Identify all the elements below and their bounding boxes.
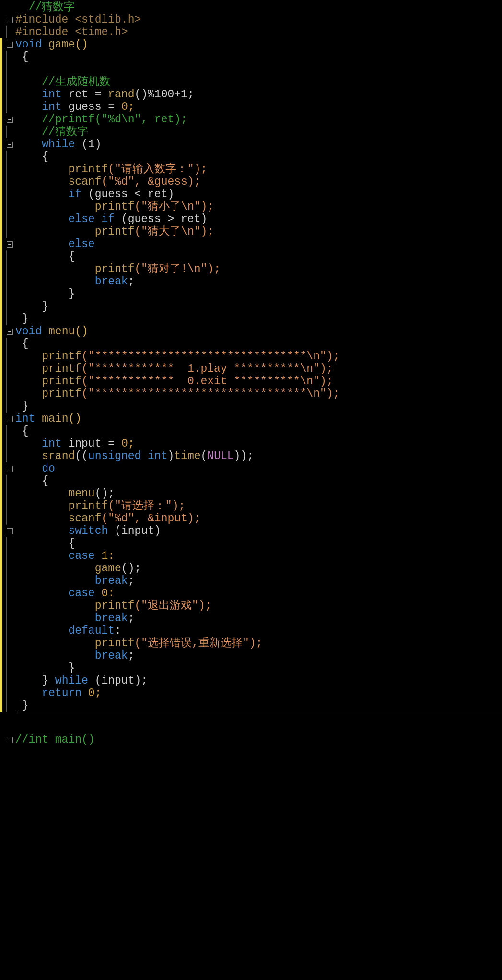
fold-icon[interactable]: − [7,117,13,123]
code-line[interactable]: int main() [15,413,502,425]
code-line[interactable]: printf("************ 0.exit **********\n… [15,375,502,388]
code-line[interactable]: return 0; [15,687,502,699]
code-line[interactable]: while (1) [15,138,502,151]
code-line[interactable]: //猜数字 [15,1,502,13]
code-line[interactable]: } [15,662,502,674]
code-line[interactable]: case 0: [15,587,502,600]
gutter: − − − − − − − − [0,0,15,712]
code-line[interactable]: srand((unsigned int)time(NULL)); [15,450,502,462]
code-line[interactable]: printf("************ 1.play **********\n… [15,363,502,375]
code-line[interactable]: { [15,475,502,487]
code-line[interactable]: { [15,425,502,437]
code-line[interactable]: //printf("%d\n", ret); [15,113,502,126]
code-line[interactable]: break; [15,612,502,625]
code-line[interactable]: { [15,250,502,263]
code-line[interactable]: scanf("%d", &input); [15,512,502,525]
fold-icon[interactable]: − [7,737,13,743]
code-line[interactable]: printf("请选择："); [15,500,502,512]
code-line[interactable]: printf("退出游戏"); [15,600,502,612]
code-line[interactable]: else if (guess > ret) [15,213,502,225]
code-line[interactable]: scanf("%d", &guess); [15,176,502,188]
code-line[interactable]: if (guess < ret) [15,188,502,201]
code-line[interactable]: void game() [15,38,502,51]
code-line[interactable]: do [15,462,502,475]
code-line[interactable]: } [15,288,502,300]
code-line[interactable]: default: [15,625,502,637]
code-line[interactable]: game(); [15,562,502,575]
code-line[interactable]: menu(); [15,487,502,500]
code-line[interactable]: #include <stdlib.h> [15,13,502,26]
code-line[interactable]: printf("猜大了\n"); [15,225,502,238]
code-line[interactable]: { [15,537,502,550]
fold-icon[interactable]: − [7,466,13,472]
code-line[interactable]: int guess = 0; [15,101,502,113]
code-line[interactable]: printf("请输入数字："); [15,163,502,176]
code-line[interactable]: } [15,699,502,712]
fold-icon[interactable]: − [7,142,13,148]
code-line[interactable]: printf("猜对了!\n"); [15,263,502,275]
code-line[interactable]: printf("选择错误,重新选择"); [15,637,502,649]
fold-icon[interactable]: − [7,528,13,534]
fold-icon[interactable]: − [7,329,13,335]
gutter: − [0,732,15,746]
code-line[interactable]: //猜数字 [15,126,502,138]
code-line[interactable]: } [15,313,502,325]
code-line[interactable]: int ret = rand()%100+1; [15,88,502,101]
code-editor[interactable]: − − − − − − − − [0,0,502,712]
code-line[interactable]: void menu() [15,325,502,338]
fold-icon[interactable]: − [7,42,13,48]
fold-icon[interactable]: − [7,241,13,248]
code-line[interactable]: switch (input) [15,525,502,537]
code-line[interactable]: { [15,51,502,63]
code-line[interactable]: break; [15,575,502,587]
code-line[interactable]: break; [15,649,502,662]
fold-icon[interactable]: − [7,17,13,23]
code-line[interactable]: { [15,338,502,350]
code-line[interactable] [15,63,502,76]
code-line[interactable]: printf("********************************… [15,388,502,400]
code-line[interactable]: printf("********************************… [15,350,502,363]
code-line[interactable]: printf("猜小了\n"); [15,201,502,213]
fold-icon[interactable]: − [7,416,13,422]
code-line[interactable]: int input = 0; [15,437,502,450]
code-line[interactable]: } [15,400,502,413]
code-line[interactable]: //生成随机数 [15,76,502,88]
code-line[interactable]: #include <time.h> [15,26,502,38]
code-editor-bottom[interactable]: − //int main() [0,732,502,746]
code-line[interactable]: } [15,300,502,313]
code-line[interactable]: else [15,238,502,250]
code-area[interactable]: //猜数字 #include <stdlib.h> #include <time… [15,0,502,712]
code-line[interactable]: break; [15,275,502,288]
code-line[interactable]: case 1: [15,550,502,562]
code-line[interactable]: //int main() [15,733,502,746]
code-line[interactable]: } while (input); [15,674,502,687]
code-line[interactable]: { [15,151,502,163]
